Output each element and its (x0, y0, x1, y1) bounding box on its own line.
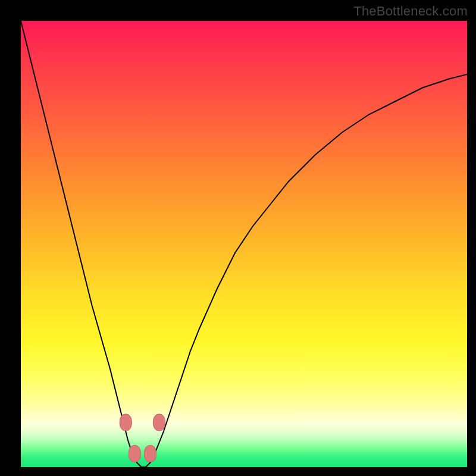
marker-right-upper (154, 414, 165, 431)
chart-frame: TheBottleneck.com (0, 0, 476, 476)
plot-area (21, 21, 467, 467)
curve-svg (21, 21, 467, 467)
curve-markers (120, 414, 165, 462)
marker-left-lower (129, 446, 140, 462)
bottleneck-curve (21, 21, 467, 467)
watermark-text: TheBottleneck.com (353, 4, 468, 19)
marker-left-upper (120, 414, 131, 431)
marker-right-lower (145, 446, 156, 462)
